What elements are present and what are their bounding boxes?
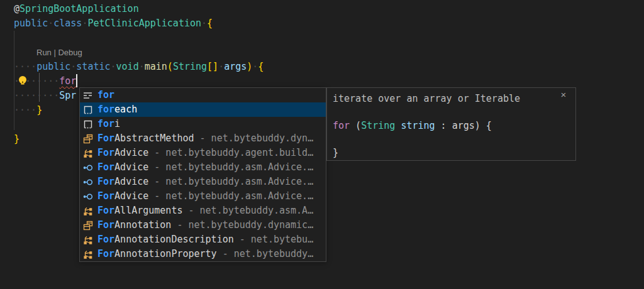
suggestion-item[interactable]: ForAnnotationProperty - net.bytebuddy… bbox=[80, 247, 326, 261]
suggestion-item[interactable]: ForAnnotationDescription - net.bytebu… bbox=[80, 232, 326, 247]
docs-code-line: for (String string : args) { bbox=[333, 119, 492, 133]
code-segment: } bbox=[36, 104, 42, 116]
suggestion-item[interactable]: ForAnnotation - net.bytebuddy.dynamic… bbox=[80, 218, 326, 232]
suggestion-match-text: For bbox=[97, 232, 114, 247]
hierarchy-icon bbox=[83, 249, 93, 259]
code-segment: Spr bbox=[59, 90, 76, 101]
close-icon[interactable]: × bbox=[558, 89, 569, 101]
suggestion-label-text: AbstractMethod bbox=[114, 131, 194, 146]
suggestion-match-text: For bbox=[97, 247, 114, 261]
snippet-icon bbox=[83, 119, 93, 129]
suggestion-item[interactable]: fori bbox=[80, 117, 326, 131]
suggestion-item[interactable]: ForAdvice - net.bytebuddy.asm.Advice.… bbox=[80, 160, 326, 175]
interface-icon bbox=[83, 163, 93, 173]
suggest-widget[interactable]: forforeachforiForAbstractMethod - net.by… bbox=[79, 87, 326, 262]
suggestion-label-text: Annotation bbox=[114, 218, 171, 232]
suggestion-label-text: each bbox=[114, 102, 137, 117]
suggestion-item[interactable]: ForAdvice - net.bytebuddy.asm.Advice.… bbox=[80, 189, 326, 204]
suggestion-item-selected[interactable]: foreach bbox=[80, 102, 326, 117]
suggestion-match-text: For bbox=[97, 175, 114, 189]
code-segment: void bbox=[116, 61, 139, 72]
code-segment: String bbox=[173, 61, 207, 72]
suggestion-qualifier-text: - net.bytebuddy.asm.Advice.… bbox=[148, 189, 313, 204]
code-segment: for bbox=[59, 75, 76, 87]
suggestion-item[interactable]: ForAbstractMethod - net.bytebuddy.dyn… bbox=[80, 131, 326, 146]
codelens: Run | Debug bbox=[36, 46, 82, 59]
suggestion-match-text: For bbox=[97, 204, 114, 218]
code-segment: · bbox=[139, 61, 145, 72]
suggestion-label-text: Advice bbox=[114, 189, 148, 204]
interface-icon bbox=[83, 177, 93, 187]
code-segment: @ bbox=[14, 3, 19, 14]
suggestion-match-text: For bbox=[97, 160, 114, 175]
code-segment: static bbox=[76, 61, 110, 72]
suggestion-qualifier-text: - net.bytebuddy.dyn… bbox=[194, 131, 314, 146]
hierarchy-icon bbox=[83, 235, 93, 245]
codelens-run-link[interactable]: Run bbox=[36, 48, 52, 57]
code-segment: String bbox=[361, 120, 395, 131]
code-segment: : bbox=[435, 120, 452, 131]
class-icon bbox=[83, 134, 93, 144]
code-segment: · bbox=[48, 18, 53, 29]
code-segment: } bbox=[14, 133, 19, 144]
suggestion-item[interactable]: ForAllArguments - net.bytebuddy.asm.A… bbox=[80, 204, 326, 218]
code-segment: · bbox=[111, 61, 116, 72]
code-segment: args bbox=[224, 61, 247, 72]
snippet-icon bbox=[83, 105, 93, 115]
code-segment: string bbox=[401, 120, 435, 131]
suggestion-qualifier-text: - net.bytebuddy… bbox=[217, 247, 314, 261]
suggestion-label-text: AnnotationProperty bbox=[114, 247, 217, 261]
lightbulb-icon[interactable] bbox=[17, 75, 28, 86]
code-segment: main bbox=[145, 61, 167, 72]
code-segment: } bbox=[333, 147, 338, 158]
keyword-icon bbox=[83, 90, 93, 101]
code-line-class-close-brace: } bbox=[0, 132, 19, 146]
code-segment: { bbox=[258, 61, 264, 72]
code-segment: public bbox=[36, 61, 70, 72]
code-editor[interactable]: @SpringBootApplication public·class·PetC… bbox=[0, 0, 644, 289]
codelens-separator: | bbox=[52, 48, 58, 57]
codelens-debug-link[interactable]: Debug bbox=[58, 48, 82, 57]
docs-code-end-line: } bbox=[333, 146, 338, 160]
hierarchy-icon bbox=[83, 148, 93, 158]
suggestion-item[interactable]: ForAdvice - net.bytebuddy.agent.build… bbox=[80, 146, 326, 160]
code-segment: args bbox=[452, 120, 475, 131]
suggestion-match-text: For bbox=[97, 131, 114, 146]
code-segment: public bbox=[14, 18, 48, 29]
code-segment: SpringBootApplication bbox=[19, 3, 139, 14]
code-segment: ···· bbox=[14, 104, 36, 116]
suggestion-label-text: Advice bbox=[114, 160, 148, 175]
suggestion-match-text: For bbox=[97, 189, 114, 204]
code-segment: · bbox=[218, 61, 224, 72]
suggestion-label-text: AnnotationDescription bbox=[114, 232, 234, 247]
interface-icon bbox=[83, 192, 93, 202]
text-cursor bbox=[76, 74, 77, 87]
code-line-class-declaration: public·class·PetClinicApplication·{ bbox=[0, 16, 213, 31]
suggestion-item[interactable]: for bbox=[80, 88, 326, 102]
code-segment: · bbox=[70, 61, 76, 72]
code-segment: class bbox=[53, 18, 82, 29]
suggestion-match-text: For bbox=[97, 218, 114, 232]
code-segment: ) { bbox=[475, 120, 492, 131]
suggestion-qualifier-text: - net.bytebuddy.asm.Advice.… bbox=[148, 160, 313, 175]
code-line-spr-typed: ········Spr bbox=[0, 89, 76, 103]
code-segment: PetClinicApplication bbox=[87, 18, 201, 29]
suggestion-qualifier-text: - net.bytebuddy.agent.build… bbox=[148, 146, 313, 160]
code-segment: ( bbox=[350, 120, 361, 131]
suggestion-docs-panel: iterate over an array or Iterable for (S… bbox=[326, 87, 576, 161]
suggestion-label-text: i bbox=[114, 117, 120, 131]
code-segment: { bbox=[207, 18, 213, 29]
suggestion-qualifier-text: - net.bytebuddy.asm.Advice.… bbox=[148, 175, 313, 189]
suggestion-match-text: For bbox=[97, 146, 114, 160]
suggestion-list: forforeachforiForAbstractMethod - net.by… bbox=[80, 88, 326, 261]
code-segment: [] bbox=[207, 61, 218, 72]
code-line-main-method: ····public·static·void·main(String[]·arg… bbox=[0, 60, 264, 74]
code-segment: · bbox=[201, 18, 207, 29]
hierarchy-icon bbox=[83, 206, 93, 216]
docs-summary: iterate over an array or Iterable bbox=[333, 92, 520, 106]
class-icon bbox=[83, 221, 93, 231]
suggestion-label-text: AllArguments bbox=[114, 204, 182, 218]
suggestion-item[interactable]: ForAdvice - net.bytebuddy.asm.Advice.… bbox=[80, 175, 326, 189]
code-segment: ( bbox=[167, 61, 173, 72]
suggestion-label-text: Advice bbox=[114, 146, 148, 160]
